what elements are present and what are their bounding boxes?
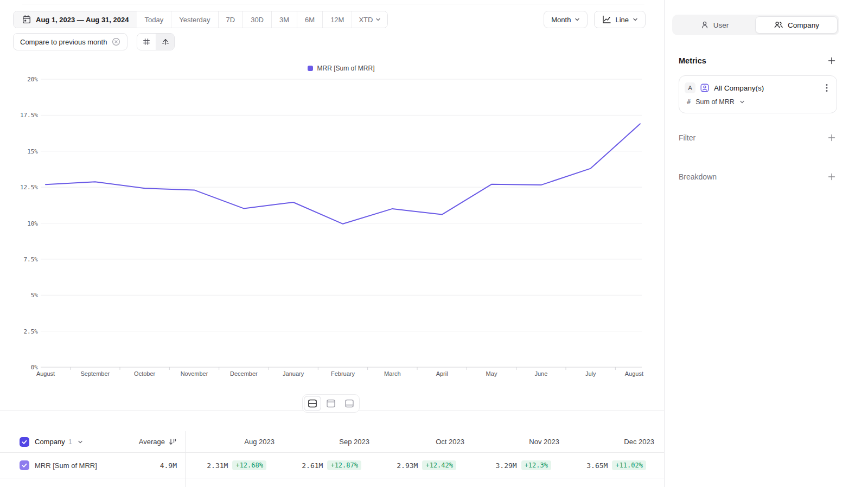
svg-text:January: January [283, 370, 304, 377]
mrr-line-chart[interactable]: 0%2.5%5%7.5%10%12.5%15%17.5%20%AugustSep… [0, 0, 664, 385]
compare-chip-label: Compare to previous month [20, 38, 107, 46]
check-icon [21, 439, 28, 445]
top-panel-icon [326, 399, 336, 408]
view-toggle-chart[interactable] [322, 396, 340, 411]
plus-icon [827, 56, 836, 65]
tab-company-label: Company [788, 21, 819, 29]
x-axis-labels: AugustSeptemberOctoberNovemberDecemberJa… [36, 370, 643, 377]
plus-icon [827, 133, 836, 142]
arrow-up-from-line-icon [161, 37, 170, 46]
add-filter-button[interactable] [826, 132, 837, 143]
group-by-label[interactable]: Company [35, 438, 65, 446]
grid-toggle-button[interactable] [137, 34, 156, 50]
tab-user[interactable]: User [674, 16, 755, 34]
delta-badge: +12.42% [422, 460, 456, 470]
table-cell: 3.29M+12.3% [470, 460, 565, 470]
table-col-header[interactable]: Aug 2023 [185, 438, 280, 446]
chevron-down-icon[interactable] [78, 439, 83, 445]
aggregation-label: Sum of MRR [695, 98, 735, 106]
annotations-toggle-button[interactable] [156, 34, 174, 50]
aggregation-selector[interactable]: # Sum of MRR [685, 98, 830, 106]
svg-text:2.5%: 2.5% [24, 328, 39, 335]
metrics-section-header: Metrics [679, 55, 837, 66]
preset-3m-button[interactable]: 3M [271, 11, 297, 28]
date-range-button[interactable]: Aug 1, 2023 — Aug 31, 2024 [14, 11, 137, 28]
data-line[interactable] [46, 124, 640, 223]
svg-text:7.5%: 7.5% [24, 256, 39, 263]
config-sidebar: User Company Metrics [664, 0, 868, 487]
tab-company[interactable]: Company [755, 16, 838, 34]
tab-user-label: User [713, 21, 729, 29]
metrics-heading: Metrics [679, 56, 706, 65]
line-chart-icon [602, 15, 611, 24]
grid-icon [142, 37, 151, 46]
svg-text:October: October [134, 370, 155, 377]
chevron-down-icon [575, 17, 580, 22]
chart-type-button[interactable]: Line [594, 11, 646, 28]
preset-7d-button[interactable]: 7D [218, 11, 243, 28]
chevron-down-icon [633, 17, 638, 22]
svg-text:September: September [80, 370, 110, 377]
svg-text:April: April [436, 370, 448, 377]
date-range-group: Aug 1, 2023 — Aug 31, 2024 TodayYesterda… [13, 11, 388, 28]
svg-text:March: March [384, 370, 401, 377]
table-cell: 2.93M+12.42% [375, 460, 470, 470]
split-view-icon [307, 399, 318, 408]
chevron-down-icon [375, 17, 381, 22]
svg-text:August: August [36, 370, 55, 377]
preset-12m-button[interactable]: 12M [322, 11, 352, 28]
table-col-header[interactable]: Dec 2023 [565, 438, 660, 446]
average-column-header[interactable]: Average [139, 438, 177, 446]
view-toggle-table[interactable] [341, 396, 358, 411]
add-breakdown-button[interactable] [826, 171, 837, 182]
series-name: MRR [Sum of MRR] [35, 462, 97, 470]
svg-text:10%: 10% [27, 220, 38, 227]
toolbar-row-1: Aug 1, 2023 — Aug 31, 2024 TodayYesterda… [13, 11, 388, 28]
y-axis-labels: 0%2.5%5%7.5%10%12.5%15%17.5%20% [20, 76, 38, 371]
table-row: MRR [Sum of MRR] 4.9M 2.31M+12.68%2.61M+… [0, 453, 664, 478]
select-all-checkbox[interactable] [20, 437, 29, 447]
average-value: 4.9M [160, 462, 177, 470]
add-metric-button[interactable] [826, 55, 837, 66]
table-col-header[interactable]: Oct 2023 [375, 438, 470, 446]
preset-xtd-button[interactable]: XTD [352, 11, 387, 28]
svg-text:November: November [181, 370, 208, 377]
preset-30d-button[interactable]: 30D [242, 11, 271, 28]
preset-yesterday-button[interactable]: Yesterday [171, 11, 218, 28]
preset-today-button[interactable]: Today [137, 11, 171, 28]
svg-text:May: May [486, 370, 497, 377]
table-column-divider [185, 431, 186, 487]
delta-badge: +11.02% [612, 460, 646, 470]
cell-value: 2.31M [207, 462, 228, 470]
delta-badge: +12.87% [327, 460, 361, 470]
metric-card-main: A All Company(s) [685, 82, 830, 93]
table-header-row: Company 1 Average [0, 431, 664, 453]
users-icon [774, 21, 783, 29]
row-checkbox[interactable] [20, 460, 29, 470]
granularity-button[interactable]: Month [544, 11, 588, 28]
svg-text:August: August [625, 370, 643, 377]
toolbar-right: Month Line [544, 11, 646, 28]
metric-card[interactable]: A All Company(s) # Sum of MRR [679, 75, 837, 113]
metric-menu-button[interactable] [824, 82, 830, 93]
cell-value: 2.61M [302, 462, 323, 470]
view-toggle-split[interactable] [304, 396, 321, 411]
delta-badge: +12.68% [232, 460, 266, 470]
table-row-left: MRR [Sum of MRR] 4.9M [0, 460, 185, 470]
svg-text:July: July [585, 370, 596, 377]
cell-value: 3.65M [586, 462, 608, 470]
table-col-header[interactable]: Sep 2023 [280, 438, 375, 446]
cell-value: 2.93M [397, 462, 418, 470]
x-axis-ticks [71, 367, 616, 370]
chevron-down-icon [739, 99, 745, 105]
toolbar-row-2: Compare to previous month [13, 33, 175, 50]
results-table: Company 1 Average [0, 431, 664, 487]
close-circle-icon[interactable] [112, 37, 120, 46]
table-header-left: Company 1 Average [0, 437, 185, 447]
compare-chip[interactable]: Compare to previous month [13, 33, 127, 50]
table-col-header[interactable]: Nov 2023 [470, 438, 565, 446]
date-range-label: Aug 1, 2023 — Aug 31, 2024 [36, 16, 129, 24]
preset-6m-button[interactable]: 6M [297, 11, 322, 28]
metric-name: All Company(s) [714, 84, 764, 92]
breakdown-section: Breakdown [679, 171, 837, 182]
